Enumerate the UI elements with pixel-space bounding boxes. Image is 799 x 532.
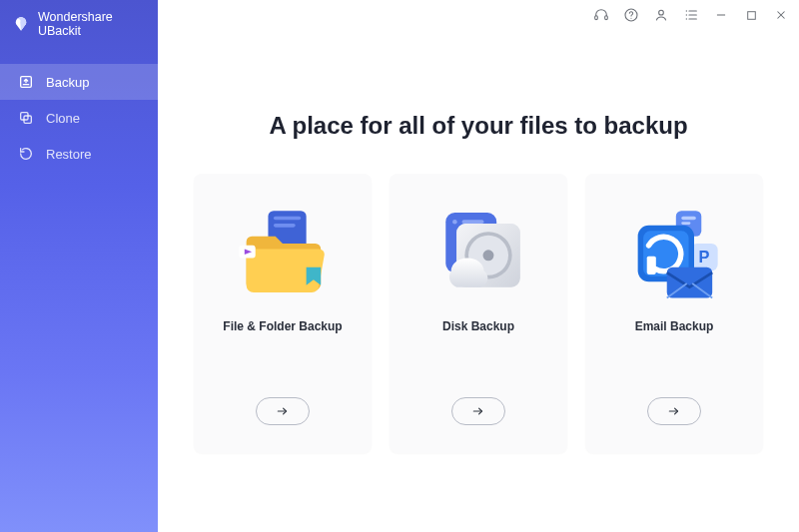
- sidebar-item-restore[interactable]: Restore: [0, 136, 158, 172]
- svg-point-6: [630, 18, 631, 19]
- sidebar-item-label: Clone: [46, 111, 80, 126]
- brand-name: Wondershare UBackit: [38, 10, 146, 38]
- card-email-backup[interactable]: P Email Backup: [585, 174, 763, 453]
- svg-rect-15: [747, 11, 755, 19]
- svg-rect-20: [274, 224, 296, 228]
- menu-list-icon[interactable]: [683, 7, 699, 23]
- sidebar-nav: Backup Clone Restore: [0, 52, 158, 172]
- restore-icon: [18, 146, 34, 162]
- svg-rect-40: [647, 257, 656, 274]
- minimize-icon[interactable]: [713, 7, 729, 23]
- sidebar-item-clone[interactable]: Clone: [0, 100, 158, 136]
- card-arrow-button[interactable]: [647, 397, 701, 425]
- svg-rect-35: [681, 222, 690, 225]
- sidebar-item-label: Restore: [46, 147, 92, 162]
- clone-icon: [18, 110, 34, 126]
- svg-rect-19: [274, 217, 301, 221]
- disk-graphic-icon: [423, 204, 533, 303]
- logo-icon: [12, 15, 30, 33]
- folder-graphic-icon: [228, 204, 338, 303]
- titlebar: [158, 0, 799, 30]
- card-title: Email Backup: [635, 319, 714, 333]
- svg-rect-26: [462, 220, 484, 224]
- backup-icon: [18, 74, 34, 90]
- card-disk-backup[interactable]: Disk Backup: [390, 174, 567, 453]
- close-icon[interactable]: [773, 7, 789, 23]
- svg-point-12: [686, 18, 687, 19]
- sidebar-item-label: Backup: [46, 75, 89, 90]
- svg-point-31: [483, 250, 494, 261]
- main: A place for all of your files to backup: [158, 0, 799, 532]
- sidebar: Wondershare UBackit Backup Clone: [0, 0, 158, 532]
- sidebar-item-backup[interactable]: Backup: [0, 64, 158, 100]
- page-headline: A place for all of your files to backup: [269, 112, 687, 140]
- svg-point-10: [686, 14, 687, 15]
- card-title: Disk Backup: [442, 319, 514, 333]
- svg-point-25: [452, 220, 457, 225]
- card-arrow-button[interactable]: [256, 397, 310, 425]
- svg-rect-34: [681, 217, 696, 221]
- svg-point-7: [659, 10, 664, 15]
- maximize-icon[interactable]: [743, 7, 759, 23]
- cards-row: File & Folder Backup: [194, 174, 763, 453]
- card-file-folder-backup[interactable]: File & Folder Backup: [194, 174, 372, 453]
- support-icon[interactable]: [593, 7, 609, 23]
- help-icon[interactable]: [623, 7, 639, 23]
- svg-point-8: [686, 10, 687, 11]
- user-icon[interactable]: [653, 7, 669, 23]
- card-arrow-button[interactable]: [451, 397, 505, 425]
- email-graphic-icon: P: [619, 204, 729, 303]
- card-title: File & Folder Backup: [223, 319, 342, 333]
- svg-text:P: P: [699, 248, 710, 266]
- content: A place for all of your files to backup: [158, 30, 799, 532]
- brand: Wondershare UBackit: [0, 0, 158, 52]
